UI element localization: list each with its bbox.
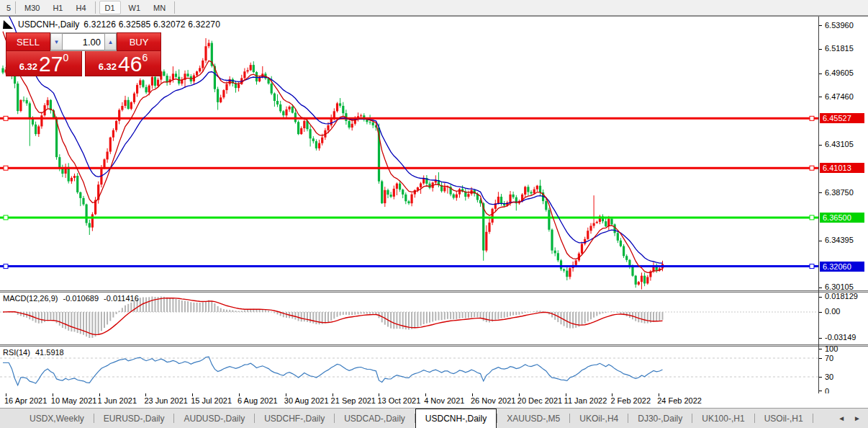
date-axis-label: 6 Aug 2021 bbox=[238, 396, 278, 405]
sell-button[interactable]: SELL bbox=[6, 32, 50, 51]
timeframe-button-h4[interactable]: H4 bbox=[69, 0, 92, 15]
rsi-axis-tick bbox=[819, 391, 822, 391]
rsi-axis-label: 100 bbox=[825, 344, 838, 353]
macd-axis-label: -0.03149 bbox=[825, 333, 856, 342]
chart-tab-usdcad-daily[interactable]: USDCAD-,Daily bbox=[335, 409, 415, 428]
price-axis-tick bbox=[819, 192, 822, 193]
volume-spinner: ▼ ▲ bbox=[50, 32, 117, 51]
date-axis-label: 2 Feb 2022 bbox=[610, 396, 651, 405]
price-axis-label: 6.34395 bbox=[825, 236, 854, 244]
buy-price-sup: 6 bbox=[142, 53, 148, 62]
chart-tab-ukoil-h4[interactable]: UKOil-,H4 bbox=[570, 409, 628, 428]
chart-title-symbol: USDCNH-,Daily bbox=[18, 19, 79, 30]
rsi-axis-tick bbox=[819, 377, 822, 378]
toolbar-separator bbox=[15, 1, 16, 14]
macd-axis-tick bbox=[819, 297, 822, 298]
date-axis-label: 23 Jun 2021 bbox=[144, 396, 188, 405]
volume-increase-icon[interactable]: ▲ bbox=[104, 33, 117, 50]
buy-price-display[interactable]: 6.32 46 6 bbox=[85, 51, 161, 76]
toolbar-separator bbox=[95, 1, 96, 14]
macd-axis-label: 0.00 bbox=[825, 307, 840, 316]
date-axis-label: 4 Nov 2021 bbox=[424, 396, 464, 405]
chart-tab-usdx-weekly[interactable]: USDX,Weekly bbox=[20, 409, 94, 428]
timeframe-button-w1[interactable]: W1 bbox=[122, 0, 148, 15]
price-axis: 6.539606.518156.496056.474606.431056.387… bbox=[819, 17, 868, 290]
buy-button[interactable]: BUY bbox=[117, 32, 161, 51]
macd-pane[interactable]: MACD(12,26,9) -0.010689 -0.011416 bbox=[0, 293, 818, 344]
date-axis-label: 15 Jul 2021 bbox=[191, 396, 232, 405]
chart-tab-uk100-h1[interactable]: UK100-,H1 bbox=[692, 409, 754, 428]
rsi-axis-label: 30 bbox=[825, 373, 833, 381]
buy-price-small: 6.32 bbox=[99, 60, 117, 74]
price-axis-label: 6.47460 bbox=[825, 92, 854, 101]
rsi-chart bbox=[0, 347, 818, 393]
date-axis-label: 30 Aug 2021 bbox=[284, 396, 329, 405]
price-chart-pane[interactable]: USDCNH-,Daily 6.32126 6.32585 6.32072 6.… bbox=[0, 17, 818, 290]
date-axis-label: 26 Nov 2021 bbox=[471, 396, 515, 405]
macd-axis-label: 0.018129 bbox=[825, 292, 858, 300]
rsi-axis-tick bbox=[819, 358, 822, 359]
rsi-label: RSI(14) 41.5918 bbox=[3, 348, 67, 357]
price-axis-tick bbox=[819, 73, 822, 74]
macd-axis-tick bbox=[819, 338, 822, 339]
chart-title-ohlc: 6.32126 6.32585 6.32072 6.32270 bbox=[83, 19, 220, 30]
price-axis-tick bbox=[819, 97, 822, 97]
price-axis-tick bbox=[819, 49, 822, 50]
date-axis: 16 Apr 202110 May 20211 Jun 202123 Jun 2… bbox=[0, 393, 868, 409]
chart-tab-eurusd-daily[interactable]: EURUSD-,Daily bbox=[94, 409, 174, 428]
macd-signal-value: -0.011416 bbox=[104, 294, 139, 303]
timeframe-button-d1[interactable]: D1 bbox=[99, 1, 121, 14]
trading-platform-window: 5M30H1H4D1W1MN USDCNH-,Daily 6.32126 6.3… bbox=[0, 0, 868, 428]
rsi-axis: 10070300 bbox=[819, 347, 868, 393]
chart-tab-xauusd-m5[interactable]: XAUUSD-,M5 bbox=[497, 409, 569, 428]
price-level-badge: 6.32060 bbox=[820, 262, 864, 272]
macd-name: MACD(12,26,9) bbox=[3, 294, 58, 303]
timeframe-button-5[interactable]: 5 bbox=[0, 0, 13, 15]
date-axis-label: 16 Apr 2021 bbox=[4, 396, 47, 405]
chart-tab-dj30-daily[interactable]: DJ30-,Daily bbox=[628, 409, 692, 428]
price-axis-label: 6.43105 bbox=[825, 140, 854, 148]
price-axis-label: 6.53960 bbox=[825, 21, 854, 30]
timeframe-button-m30[interactable]: M30 bbox=[18, 0, 46, 15]
sell-price-small: 6.32 bbox=[19, 60, 37, 74]
price-axis-tick bbox=[819, 145, 822, 146]
sell-price-big: 27 bbox=[39, 54, 63, 74]
sell-price-display[interactable]: 6.32 27 0 bbox=[6, 51, 82, 76]
volume-input[interactable] bbox=[63, 33, 104, 50]
price-axis-tick bbox=[819, 241, 822, 241]
sell-price-sup: 0 bbox=[63, 53, 68, 62]
macd-axis-tick bbox=[819, 312, 822, 313]
one-click-trading-panel: SELL ▼ ▲ BUY 6.32 27 0 6.32 46 6 bbox=[6, 32, 161, 76]
date-axis-label: 20 Dec 2021 bbox=[517, 396, 562, 405]
rsi-axis-tick bbox=[819, 349, 822, 349]
macd-axis: 0.0181290.00-0.03149 bbox=[819, 293, 868, 344]
chart-tab-bar: USDX,WeeklyEURUSD-,DailyAUDUSD-,DailyUSD… bbox=[0, 409, 868, 428]
date-axis-label: 11 Jan 2022 bbox=[564, 396, 607, 405]
timeframe-button-h1[interactable]: H1 bbox=[46, 0, 69, 15]
chart-tab-usdchf-daily[interactable]: USDCHF-,Daily bbox=[255, 409, 334, 428]
timeframe-button-mn[interactable]: MN bbox=[147, 0, 172, 15]
price-axis-label: 6.38750 bbox=[825, 188, 854, 197]
toolbar-separator bbox=[174, 1, 175, 14]
tab-scroll-right-icon[interactable]: ► bbox=[854, 414, 861, 422]
rsi-name: RSI(14) bbox=[3, 348, 30, 357]
price-axis-label: 6.51815 bbox=[825, 44, 854, 53]
volume-decrease-icon[interactable]: ▼ bbox=[50, 33, 63, 50]
macd-label: MACD(12,26,9) -0.010689 -0.011416 bbox=[3, 294, 142, 303]
chart-tab-usdcnh-daily[interactable]: USDCNH-,Daily bbox=[415, 409, 497, 428]
chart-title: USDCNH-,Daily 6.32126 6.32585 6.32072 6.… bbox=[3, 19, 220, 30]
price-level-badge: 6.41013 bbox=[820, 163, 864, 173]
date-axis-label: 10 May 2021 bbox=[51, 396, 97, 405]
price-axis-tick bbox=[819, 25, 822, 26]
rsi-pane[interactable]: RSI(14) 41.5918 bbox=[0, 347, 818, 393]
date-axis-label: 13 Oct 2021 bbox=[377, 396, 420, 405]
date-axis-label: 24 Feb 2022 bbox=[657, 396, 702, 405]
date-axis-label: 1 Jun 2021 bbox=[98, 396, 137, 405]
price-level-badge: 6.45527 bbox=[820, 113, 864, 123]
chart-tab-usoil-h1[interactable]: USOil-,H1 bbox=[755, 409, 813, 428]
date-axis-label: 21 Sep 2021 bbox=[331, 396, 376, 405]
price-level-badge: 6.36500 bbox=[820, 213, 864, 223]
price-axis-label: 6.49605 bbox=[825, 68, 854, 77]
tab-scroll-left-icon[interactable]: ◄ bbox=[838, 414, 845, 422]
chart-tab-audusd-daily[interactable]: AUDUSD-,Daily bbox=[174, 409, 254, 428]
